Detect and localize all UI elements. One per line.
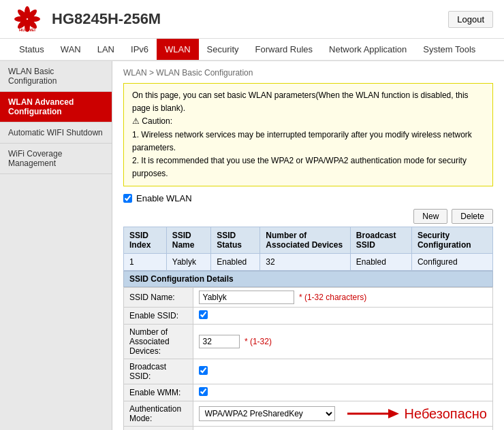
label-enable-ssid: Enable SSID: bbox=[124, 308, 193, 325]
sidebar-item-coverage[interactable]: WiFi Coverage Management bbox=[0, 144, 112, 174]
cell-devices: 32 bbox=[260, 254, 350, 271]
enable-wlan-row: Enable WLAN bbox=[123, 193, 493, 203]
warning-line1: 1. Wireless network services may be inte… bbox=[132, 129, 484, 154]
arrow-icon bbox=[346, 406, 400, 421]
sidebar-item-shutdown[interactable]: Automatic WIFI Shutdown bbox=[0, 122, 112, 144]
value-broadcast-ssid bbox=[193, 359, 492, 384]
label-ssid-name: SSID Name: bbox=[124, 288, 193, 308]
row-auth-mode: Authentication Mode: WPA/WPA2 PreSharedK… bbox=[124, 401, 493, 427]
nav-status[interactable]: Status bbox=[11, 39, 52, 60]
hint-ssid-name: * (1-32 characters) bbox=[299, 293, 366, 302]
arrow-annotation: Небезопасно bbox=[346, 406, 487, 422]
config-details-header: SSID Configuration Details bbox=[123, 271, 493, 287]
row-encryption-mode: Encryption Mode: TKIP&AES AES TKIP bbox=[124, 427, 493, 430]
label-auth-mode: Authentication Mode: bbox=[124, 401, 193, 427]
cell-status: Enabled bbox=[211, 254, 260, 271]
svg-marker-10 bbox=[388, 409, 399, 418]
content-area: WLAN > WLAN Basic Configuration On this … bbox=[112, 61, 504, 430]
input-num-devices[interactable] bbox=[199, 335, 240, 348]
table-buttons: New Delete bbox=[123, 209, 493, 224]
huawei-logo-icon: HUAWEI bbox=[11, 5, 44, 33]
col-ssid-status: SSID Status bbox=[211, 227, 260, 254]
new-button[interactable]: New bbox=[413, 209, 447, 224]
cell-index: 1 bbox=[124, 254, 167, 271]
value-enable-wmm bbox=[193, 384, 492, 401]
breadcrumb: WLAN > WLAN Basic Configuration bbox=[123, 68, 493, 78]
value-num-devices: * (1-32) bbox=[193, 325, 492, 359]
value-ssid-name: * (1-32 characters) bbox=[193, 288, 492, 308]
logo-area: HUAWEI bbox=[11, 5, 44, 33]
svg-text:HUAWEI: HUAWEI bbox=[19, 28, 35, 32]
col-associated-devices: Number of Associated Devices bbox=[260, 227, 350, 254]
warning-intro: On this page, you can set basic WLAN par… bbox=[132, 89, 484, 115]
label-broadcast-ssid: Broadcast SSID: bbox=[124, 359, 193, 384]
main-layout: WLAN Basic Configuration WLAN Advanced C… bbox=[0, 61, 504, 430]
nav-wan[interactable]: WAN bbox=[52, 39, 89, 60]
checkbox-enable-ssid[interactable] bbox=[199, 310, 208, 319]
nav-network-app[interactable]: Network Application bbox=[321, 39, 415, 60]
col-broadcast-ssid: Broadcast SSID bbox=[350, 227, 411, 254]
checkbox-enable-wmm[interactable] bbox=[199, 387, 208, 396]
cell-broadcast: Enabled bbox=[350, 254, 411, 271]
enable-wlan-label: Enable WLAN bbox=[136, 193, 192, 203]
nav-lan[interactable]: LAN bbox=[89, 39, 123, 60]
sidebar: WLAN Basic Configuration WLAN Advanced C… bbox=[0, 61, 112, 430]
config-table: SSID Name: * (1-32 characters) Enable SS… bbox=[123, 287, 493, 430]
row-enable-ssid: Enable SSID: bbox=[124, 308, 493, 325]
row-num-devices: Number of Associated Devices: * (1-32) bbox=[124, 325, 493, 359]
value-enable-ssid bbox=[193, 308, 492, 325]
sidebar-item-advanced[interactable]: WLAN Advanced Configuration bbox=[0, 92, 112, 122]
logout-button[interactable]: Logout bbox=[448, 11, 493, 28]
value-encryption-mode: TKIP&AES AES TKIP bbox=[193, 427, 492, 430]
sidebar-item-basic[interactable]: WLAN Basic Configuration bbox=[0, 61, 112, 92]
label-enable-wmm: Enable WMM: bbox=[124, 384, 193, 401]
unsafe-label: Небезопасно bbox=[405, 406, 487, 422]
delete-button[interactable]: Delete bbox=[452, 209, 493, 224]
col-ssid-name: SSID Name bbox=[166, 227, 210, 254]
label-num-devices: Number of Associated Devices: bbox=[124, 325, 193, 359]
ssid-table: SSID Index SSID Name SSID Status Number … bbox=[123, 227, 493, 271]
header: HUAWEI HG8245H-256M Logout bbox=[0, 0, 504, 39]
nav-ipv6[interactable]: IPv6 bbox=[123, 39, 157, 60]
cell-security: Configured bbox=[411, 254, 492, 271]
label-encryption-mode: Encryption Mode: bbox=[124, 427, 193, 430]
select-auth-mode[interactable]: WPA/WPA2 PreSharedKey WPA2 PreSharedKey … bbox=[199, 406, 335, 421]
model-title: HG8245H-256M bbox=[52, 10, 161, 28]
input-ssid-name[interactable] bbox=[199, 291, 294, 304]
table-row[interactable]: 1 Yablyk Enabled 32 Enabled Configured bbox=[124, 254, 493, 271]
row-ssid-name: SSID Name: * (1-32 characters) bbox=[124, 288, 493, 308]
nav-forward-rules[interactable]: Forward Rules bbox=[247, 39, 321, 60]
warning-line2: 2. It is recommended that you use the WP… bbox=[132, 154, 484, 180]
warning-box: On this page, you can set basic WLAN par… bbox=[123, 83, 493, 186]
nav-wlan[interactable]: WLAN bbox=[157, 39, 199, 60]
enable-wlan-checkbox[interactable] bbox=[123, 194, 132, 203]
row-broadcast-ssid: Broadcast SSID: bbox=[124, 359, 493, 384]
header-left: HUAWEI HG8245H-256M bbox=[11, 5, 161, 33]
warning-caution: ⚠ Caution: bbox=[132, 115, 484, 128]
checkbox-broadcast-ssid[interactable] bbox=[199, 366, 208, 375]
arrow-right-icon bbox=[346, 406, 400, 421]
col-security-config: Security Configuration bbox=[411, 227, 492, 254]
cell-name: Yablyk bbox=[166, 254, 210, 271]
nav-system-tools[interactable]: System Tools bbox=[415, 39, 484, 60]
navigation: Status WAN LAN IPv6 WLAN Security Forwar… bbox=[0, 39, 504, 61]
col-ssid-index: SSID Index bbox=[124, 227, 167, 254]
row-enable-wmm: Enable WMM: bbox=[124, 384, 493, 401]
hint-num-devices: * (1-32) bbox=[245, 337, 272, 346]
nav-security[interactable]: Security bbox=[199, 39, 247, 60]
value-auth-mode: WPA/WPA2 PreSharedKey WPA2 PreSharedKey … bbox=[193, 401, 492, 427]
